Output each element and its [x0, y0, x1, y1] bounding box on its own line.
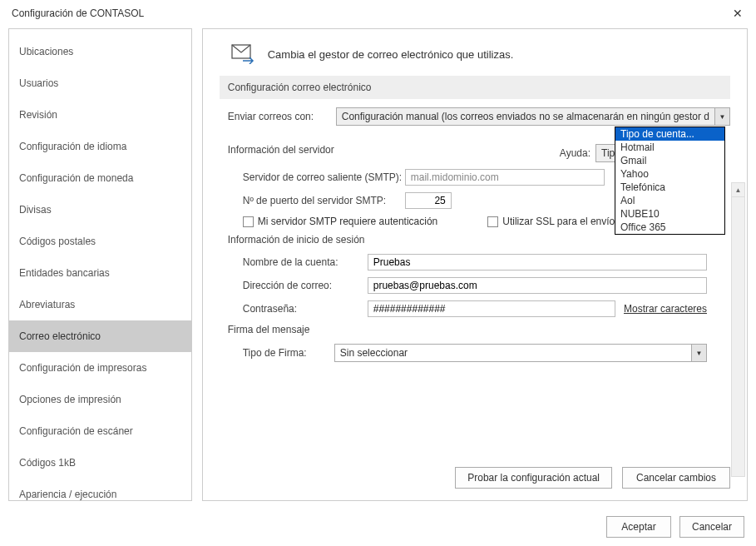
- mail-arrow-icon: [231, 44, 256, 64]
- cancel-changes-button[interactable]: Cancelar cambios: [622, 467, 730, 489]
- cancel-button[interactable]: Cancelar: [679, 516, 744, 538]
- sidebar-item-entidades-bancarias[interactable]: Entidades bancarias: [9, 257, 191, 289]
- sidebar-item-revisi-n[interactable]: Revisión: [9, 99, 191, 131]
- use-ssl-label: Utilizar SSL para el envío de: [502, 216, 629, 227]
- account-name-input[interactable]: [368, 254, 707, 271]
- chevron-down-icon[interactable]: ▼: [691, 345, 706, 361]
- use-ssl-checkbox[interactable]: Utilizar SSL para el envío de: [487, 216, 629, 227]
- chevron-down-icon[interactable]: ▼: [714, 108, 729, 125]
- email-address-input[interactable]: [368, 277, 707, 294]
- sidebar-item-opciones-de-impresi-n[interactable]: Opciones de impresión: [9, 384, 191, 415]
- send-with-label: Enviar correos con:: [228, 111, 336, 122]
- account-type-dropdown[interactable]: Tipo de cuenta...HotmailGmailYahooTelefó…: [615, 127, 725, 235]
- checkbox-icon: [243, 216, 254, 227]
- test-config-button[interactable]: Probar la configuración actual: [455, 467, 612, 489]
- sidebar-item-divisas[interactable]: Divisas: [9, 194, 191, 226]
- account-type-option[interactable]: Gmail: [615, 154, 724, 167]
- sidebar: UbicacionesUsuariosRevisiónConfiguración…: [8, 28, 192, 501]
- send-with-combo[interactable]: Configuración manual (los correos enviad…: [336, 107, 730, 126]
- sidebar-item-correo-electr-nico[interactable]: Correo electrónico: [9, 320, 191, 352]
- sidebar-item-ubicaciones[interactable]: Ubicaciones: [9, 36, 191, 67]
- smtp-server-input[interactable]: [405, 169, 605, 186]
- title-bar: Configuración de CONTASOL ✕: [0, 0, 756, 27]
- sidebar-item-c-digos-postales[interactable]: Códigos postales: [9, 226, 191, 257]
- smtp-auth-label: Mi servidor SMTP requiere autenticación: [258, 216, 438, 227]
- sidebar-item-abreviaturas[interactable]: Abreviaturas: [9, 289, 191, 320]
- email-address-label: Dirección de correo:: [243, 280, 368, 291]
- account-type-option[interactable]: Hotmail: [615, 141, 724, 154]
- signature-heading: Firma del mensaje: [228, 324, 730, 335]
- ok-button[interactable]: Aceptar: [606, 516, 671, 538]
- sidebar-item-configuraci-n-de-impresoras[interactable]: Configuración de impresoras: [9, 352, 191, 384]
- signature-type-combo[interactable]: Sin seleccionar ▼: [334, 344, 707, 362]
- send-with-value: Configuración manual (los correos enviad…: [337, 111, 714, 122]
- signature-type-value: Sin seleccionar: [335, 347, 691, 359]
- account-type-option[interactable]: Aol: [615, 194, 724, 207]
- session-info-heading: Información de inicio de sesión: [228, 234, 730, 246]
- scroll-up-icon[interactable]: ▲: [732, 183, 744, 197]
- account-name-label: Nombre de la cuenta:: [243, 256, 368, 268]
- account-type-option[interactable]: Office 365: [615, 221, 724, 234]
- password-input[interactable]: [368, 300, 615, 317]
- password-label: Contraseña:: [243, 303, 368, 315]
- sidebar-item-configuraci-n-de-esc-ner[interactable]: Configuración de escáner: [9, 415, 191, 447]
- sidebar-item-configuraci-n-de-moneda[interactable]: Configuración de moneda: [9, 162, 191, 194]
- checkbox-icon: [487, 216, 498, 227]
- panel-header-text: Cambia el gestor de correo electrónico q…: [268, 48, 514, 61]
- server-info-heading: Información del servidor: [228, 144, 334, 156]
- close-icon[interactable]: ✕: [728, 7, 748, 20]
- smtp-port-input[interactable]: [405, 192, 452, 209]
- scrollbar-vertical[interactable]: ▲: [731, 182, 745, 477]
- sidebar-item-c-digos-1kb[interactable]: Códigos 1kB: [9, 447, 191, 479]
- sidebar-item-configuraci-n-de-idioma[interactable]: Configuración de idioma: [9, 131, 191, 162]
- account-type-option[interactable]: Telefónica: [615, 181, 724, 194]
- account-type-option[interactable]: NUBE10: [615, 207, 724, 221]
- smtp-server-label: Servidor de correo saliente (SMTP):: [243, 171, 405, 183]
- account-type-option[interactable]: Yahoo: [615, 167, 724, 181]
- panel-header: Cambia el gestor de correo electrónico q…: [203, 29, 747, 76]
- sidebar-item-apariencia-ejecuci-n[interactable]: Apariencia / ejecución: [9, 479, 191, 501]
- signature-type-label: Tipo de Firma:: [243, 347, 334, 359]
- section-email-config: Configuración correo electrónico: [220, 76, 730, 99]
- smtp-auth-checkbox[interactable]: Mi servidor SMTP requiere autenticación: [243, 216, 438, 227]
- sidebar-item-usuarios[interactable]: Usuarios: [9, 67, 191, 99]
- window-title: Configuración de CONTASOL: [12, 7, 144, 19]
- form-area: Enviar correos con: Configuración manual…: [203, 107, 747, 459]
- account-type-option[interactable]: Tipo de cuenta...: [615, 127, 724, 141]
- help-label: Ayuda:: [560, 147, 590, 159]
- main-panel: Cambia el gestor de correo electrónico q…: [202, 28, 748, 501]
- smtp-port-label: Nº de puerto del servidor SMTP:: [243, 195, 405, 206]
- show-characters-link[interactable]: Mostrar caracteres: [624, 303, 707, 315]
